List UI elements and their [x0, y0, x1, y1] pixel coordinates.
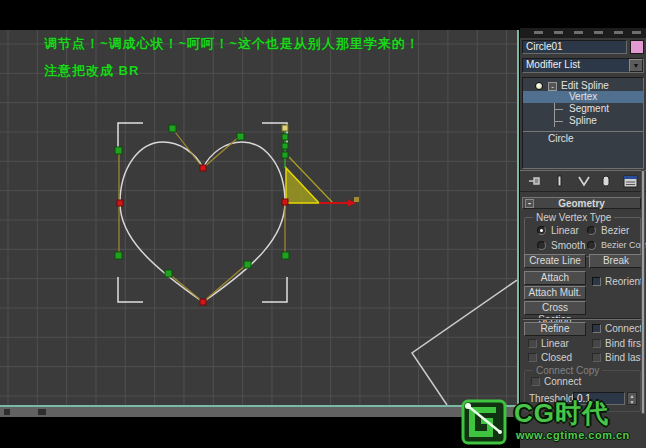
- panel-scrollbar[interactable]: [641, 170, 645, 414]
- collapse-minus-icon[interactable]: -: [548, 82, 557, 91]
- command-panel: Circle01 Modifier List ▼ - Edit Spline V…: [520, 28, 646, 448]
- tab-icon[interactable]: [574, 31, 583, 34]
- gizmo-x-label: [354, 197, 359, 202]
- spline-drawing: [0, 30, 517, 405]
- radio-bezier[interactable]: [587, 226, 596, 235]
- reorient-checkbox[interactable]: [592, 277, 601, 286]
- selection-brackets: [118, 123, 287, 302]
- refine-button[interactable]: Refine: [524, 322, 586, 336]
- chevron-down-icon[interactable]: ▼: [629, 59, 643, 72]
- break-button[interactable]: Break: [589, 254, 643, 268]
- move-gizmo[interactable]: [282, 125, 359, 207]
- stack-toolbar: [520, 170, 646, 192]
- watermark: CG时代 www.cgtime.com.cn: [458, 396, 646, 448]
- tab-icon[interactable]: [534, 31, 543, 34]
- stack-item-circle[interactable]: Circle: [523, 133, 643, 145]
- tab-icon[interactable]: [614, 31, 623, 34]
- stack-subobject-vertex[interactable]: Vertex: [523, 91, 643, 103]
- connect-checkbox[interactable]: [592, 324, 601, 333]
- show-end-result-icon[interactable]: [549, 174, 569, 190]
- stack-subobject-spline[interactable]: Spline: [523, 115, 643, 127]
- tab-icon[interactable]: [594, 31, 603, 34]
- remove-modifier-icon[interactable]: [596, 174, 616, 190]
- track-mark: [4, 409, 10, 415]
- background-spline[interactable]: [412, 280, 517, 405]
- make-unique-icon[interactable]: [574, 174, 594, 190]
- watermark-brand-text: CG时代: [514, 396, 609, 431]
- bind-first-checkbox: [592, 339, 601, 348]
- radio-bezier-corner[interactable]: [587, 241, 596, 250]
- gizmo-xy-plane-handle[interactable]: [286, 168, 319, 203]
- application-window: 调节点！~调成心状！~呵呵！~这个也是从别人那里学来的！ 注意把改成 BR Ci…: [0, 0, 646, 448]
- pin-stack-icon[interactable]: [524, 174, 544, 190]
- radio-linear[interactable]: [537, 226, 546, 235]
- modifier-list-label: Modifier List: [526, 59, 580, 70]
- viewport-annotation-line1: 调节点！~调成心状！~呵呵！~这个也是从别人那里学来的！: [44, 35, 420, 53]
- bezier-handle-lines: [119, 128, 285, 302]
- configure-modifier-sets-icon[interactable]: [620, 174, 640, 190]
- command-panel-tabs[interactable]: [520, 28, 646, 38]
- track-bar-strip: [0, 407, 519, 417]
- object-name-field[interactable]: Circle01: [522, 40, 627, 54]
- modifier-stack: - Edit Spline Vertex Segment Spline Circ…: [522, 77, 644, 169]
- modifier-list-dropdown[interactable]: Modifier List ▼: [522, 58, 644, 73]
- bezier-handles[interactable]: [115, 125, 289, 277]
- gizmo-y-cap: [282, 125, 288, 131]
- cgtime-logo-icon: [460, 398, 508, 446]
- radio-smooth[interactable]: [537, 241, 546, 250]
- linear-checkbox: [528, 339, 537, 348]
- attach-mult-button[interactable]: Attach Mult.: [524, 286, 586, 300]
- lightbulb-icon[interactable]: [535, 82, 543, 90]
- watermark-url-text: www.cgtime.com.cn: [516, 429, 630, 441]
- rollout-separator: [523, 318, 642, 320]
- front-viewport[interactable]: 调节点！~调成心状！~呵呵！~这个也是从别人那里学来的！ 注意把改成 BR: [0, 30, 519, 407]
- create-line-button[interactable]: Create Line: [524, 254, 586, 268]
- stack-separator: [523, 131, 643, 132]
- tab-icon[interactable]: [554, 31, 563, 34]
- stack-subobject-segment[interactable]: Segment: [523, 103, 643, 115]
- viewport-annotation-line2: 注意把改成 BR: [44, 62, 139, 80]
- track-mark: [38, 409, 46, 415]
- tab-icon[interactable]: [632, 31, 641, 34]
- cross-section-button[interactable]: Cross Section: [524, 301, 586, 315]
- closed-checkbox: [528, 353, 537, 362]
- connect-copy-checkbox: [531, 377, 540, 386]
- geometry-rollout-header[interactable]: - Geometry: [522, 197, 641, 209]
- spline-vertices[interactable]: [117, 165, 288, 305]
- collapse-minus-icon[interactable]: -: [525, 199, 534, 208]
- new-vertex-type-group: New Vertex Type Linear Bezier Smooth Bez…: [524, 217, 641, 257]
- object-color-swatch[interactable]: [630, 40, 644, 54]
- attach-button[interactable]: Attach: [524, 271, 586, 285]
- bind-last-checkbox: [592, 353, 601, 362]
